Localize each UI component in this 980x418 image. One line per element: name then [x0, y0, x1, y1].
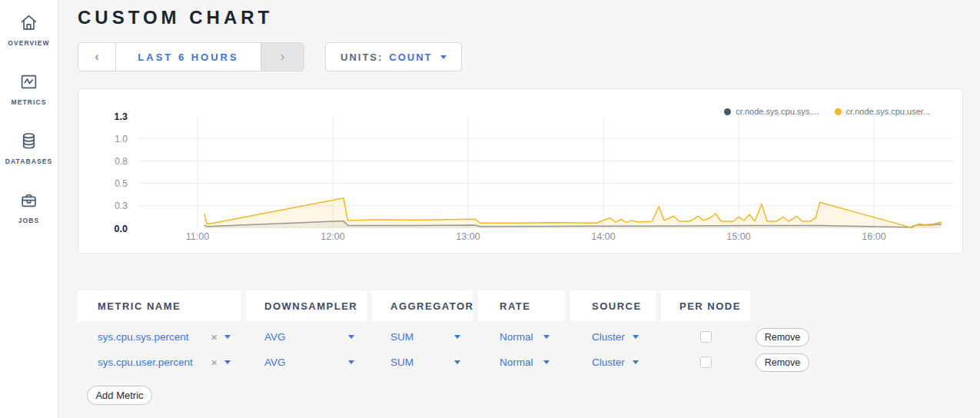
sidebar-item-label: JOBS	[18, 217, 40, 224]
time-range-dropdown[interactable]: LAST 6 HOURS	[115, 43, 261, 71]
svg-text:13:00: 13:00	[456, 231, 480, 242]
column-header-aggregator: AGGREGATOR	[372, 290, 473, 321]
downsampler-value: AVG	[264, 357, 286, 368]
per-node-cell	[661, 353, 750, 372]
sidebar-item-label: DATABASES	[5, 158, 53, 165]
svg-text:11:00: 11:00	[186, 231, 209, 242]
table-row: sys.cpu.sys.percent × AVG SUM Normal Clu…	[78, 327, 821, 347]
svg-text:14:00: 14:00	[591, 231, 615, 242]
rate-dropdown[interactable]: Normal	[478, 353, 565, 372]
main-content: CUSTOM CHART ‹ LAST 6 HOURS › UNITS: COU…	[59, 0, 980, 418]
caret-down-icon	[543, 335, 550, 339]
caret-down-icon	[454, 335, 460, 339]
column-header-downsampler: DOWNSAMPLER	[246, 290, 367, 321]
caret-down-icon	[633, 360, 639, 364]
legend-item-user[interactable]: cr.node.sys.cpu.user...	[835, 107, 930, 116]
caret-down-icon	[633, 335, 639, 339]
time-range-prev-button[interactable]: ‹	[78, 43, 115, 71]
sidebar-item-label: METRICS	[12, 98, 47, 106]
clear-metric-icon[interactable]: ×	[211, 330, 218, 343]
svg-text:15:00: 15:00	[726, 231, 750, 242]
svg-text:16:00: 16:00	[862, 231, 885, 242]
aggregator-value: SUM	[390, 331, 414, 343]
aggregator-value: SUM	[390, 357, 414, 368]
metrics-table: METRIC NAME DOWNSAMPLER AGGREGATOR RATE …	[78, 290, 821, 372]
caret-down-icon	[224, 360, 231, 364]
rate-value: Normal	[500, 331, 533, 343]
legend-item-sys[interactable]: cr.node.sys.cpu.sys....	[724, 107, 819, 116]
legend-dot	[835, 108, 842, 115]
units-dropdown[interactable]: UNITS: COUNT	[325, 42, 462, 71]
home-icon	[19, 13, 38, 35]
svg-text:1.3: 1.3	[115, 111, 128, 122]
svg-text:12:00: 12:00	[321, 231, 344, 242]
remove-button[interactable]: Remove	[756, 328, 809, 347]
units-label: UNITS:	[341, 51, 383, 63]
legend-label: cr.node.sys.cpu.user...	[846, 107, 930, 116]
svg-text:1.0: 1.0	[115, 134, 128, 144]
remove-cell: Remove	[756, 327, 821, 347]
units-value: COUNT	[389, 51, 432, 63]
per-node-checkbox[interactable]	[700, 357, 712, 368]
databases-icon	[19, 131, 38, 154]
page-title: CUSTOM CHART	[78, 7, 273, 28]
aggregator-dropdown[interactable]: SUM	[372, 353, 473, 372]
time-range-next-button[interactable]: ›	[261, 43, 304, 71]
caret-down-icon	[440, 55, 447, 59]
metric-name-value: sys.cpu.user.percent	[98, 357, 193, 368]
add-metric-button[interactable]: Add Metric	[87, 386, 152, 405]
caret-down-icon	[454, 360, 460, 364]
sidebar-item-metrics[interactable]: METRICS	[12, 72, 47, 106]
column-header-rate: RATE	[478, 290, 565, 321]
sidebar-item-jobs[interactable]: JOBS	[18, 191, 40, 224]
sidebar-item-overview[interactable]: OVERVIEW	[8, 13, 49, 47]
toolbar: ‹ LAST 6 HOURS › UNITS: COUNT	[78, 42, 462, 71]
svg-text:0.8: 0.8	[115, 156, 128, 167]
source-value: Cluster	[592, 357, 625, 368]
remove-button[interactable]: Remove	[756, 353, 809, 372]
source-value: Cluster	[592, 331, 625, 343]
source-dropdown[interactable]: Cluster	[570, 327, 656, 347]
column-header-metric-name: METRIC NAME	[78, 290, 241, 321]
clear-metric-icon[interactable]: ×	[211, 356, 218, 369]
caret-down-icon	[543, 360, 550, 364]
sidebar-item-label: OVERVIEW	[8, 39, 49, 47]
time-range-label: LAST 6 HOURS	[138, 51, 238, 63]
column-header-per-node: PER NODE	[661, 290, 750, 321]
rate-dropdown[interactable]: Normal	[478, 327, 565, 347]
chevron-left-icon: ‹	[95, 49, 99, 65]
svg-text:0.5: 0.5	[115, 178, 128, 189]
metric-name-value: sys.cpu.sys.percent	[98, 331, 189, 343]
caret-down-icon	[224, 335, 231, 339]
rate-value: Normal	[500, 357, 533, 368]
caret-down-icon	[348, 360, 354, 364]
table-row: sys.cpu.user.percent × AVG SUM Normal Cl…	[78, 353, 821, 372]
metrics-icon	[19, 72, 38, 95]
downsampler-value: AVG	[264, 331, 286, 343]
metric-name-dropdown[interactable]: sys.cpu.user.percent ×	[78, 353, 241, 372]
downsampler-dropdown[interactable]: AVG	[246, 327, 367, 347]
chevron-right-icon: ›	[281, 49, 285, 65]
custom-chart-card: 0.00.30.50.81.01.311:0012:0013:0014:0015…	[78, 88, 963, 254]
per-node-cell	[661, 327, 750, 347]
downsampler-dropdown[interactable]: AVG	[246, 353, 367, 372]
legend-label: cr.node.sys.cpu.sys....	[736, 107, 819, 116]
svg-text:0.3: 0.3	[115, 201, 128, 211]
column-header-source: SOURCE	[570, 290, 656, 321]
caret-down-icon	[348, 335, 354, 339]
aggregator-dropdown[interactable]: SUM	[372, 327, 473, 347]
svg-text:0.0: 0.0	[115, 224, 128, 234]
jobs-icon	[19, 191, 38, 213]
time-range-selector: ‹ LAST 6 HOURS ›	[78, 42, 304, 71]
sidebar-item-databases[interactable]: DATABASES	[5, 131, 53, 165]
metric-name-dropdown[interactable]: sys.cpu.sys.percent ×	[78, 327, 241, 347]
chart-legend: cr.node.sys.cpu.sys.... cr.node.sys.cpu.…	[709, 107, 930, 116]
sidebar: OVERVIEW METRICS DATABASES JOBS	[0, 0, 58, 418]
metrics-table-header: METRIC NAME DOWNSAMPLER AGGREGATOR RATE …	[78, 290, 821, 321]
source-dropdown[interactable]: Cluster	[570, 353, 656, 372]
remove-cell: Remove	[756, 353, 821, 372]
per-node-checkbox[interactable]	[700, 331, 712, 343]
legend-dot	[724, 108, 731, 115]
